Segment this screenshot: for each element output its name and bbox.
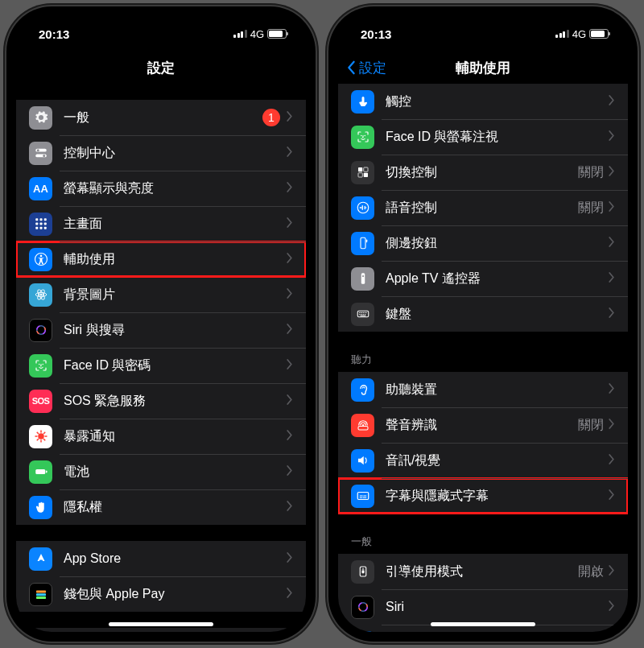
chevron-right-icon [287, 181, 293, 196]
nav-back-button[interactable]: 設定 [346, 59, 386, 77]
settings-row-sos[interactable]: SOSSOS 緊急服務 [16, 383, 306, 419]
row-label: Face ID 與螢幕注視 [386, 129, 609, 146]
voice-icon [351, 196, 374, 220]
nav-bar: 設定 [16, 52, 306, 84]
settings-row-atom[interactable]: 背景圖片 [16, 277, 306, 312]
settings-row-switches[interactable]: 控制中心 [16, 135, 306, 171]
svg-line-29 [36, 432, 38, 434]
signal-icon [555, 30, 569, 38]
chevron-right-icon [609, 382, 615, 397]
access-icon [351, 631, 374, 633]
status-time: 20:13 [361, 27, 391, 41]
screen-right: 20:13 4G 設定 輔助使用 觸控Face ID 與螢幕注視切換控制關閉語音… [338, 16, 628, 632]
notification-badge: 1 [262, 109, 280, 126]
chevron-right-icon [609, 130, 615, 144]
settings-row-remote[interactable]: Apple TV 遙控器 [338, 261, 628, 296]
svg-rect-7 [35, 223, 38, 225]
chevron-right-icon [287, 217, 293, 231]
battery-icon [589, 29, 609, 39]
status-time: 20:13 [39, 27, 69, 41]
svg-point-47 [357, 202, 369, 213]
settings-row-captions[interactable]: 字幕與隱藏式字幕 [338, 478, 628, 514]
chevron-right-icon [287, 146, 293, 160]
row-label: 背景圖片 [64, 287, 287, 303]
settings-row-siri[interactable]: Siri 與搜尋 [16, 312, 306, 348]
settings-group: 觸控Face ID 與螢幕注視切換控制關閉語音控制關閉側邊按鈕Apple TV … [338, 84, 628, 332]
settings-row-grid[interactable]: 主畫面 [16, 206, 306, 241]
row-label: 電池 [64, 464, 287, 481]
settings-row-faceid[interactable]: Face ID 與螢幕注視 [338, 119, 628, 155]
settings-row-touch[interactable]: 觸控 [338, 84, 628, 119]
row-label: 引導使用模式 [386, 563, 578, 580]
settings-row-hand[interactable]: 隱私權 [16, 489, 306, 525]
chevron-right-icon [609, 200, 615, 215]
settings-row-sidebtn[interactable]: 側邊按鈕 [338, 225, 628, 261]
row-detail: 關閉 [578, 200, 604, 217]
svg-rect-49 [365, 240, 367, 243]
settings-row-ear[interactable]: 助聽裝置 [338, 372, 628, 407]
settings-row-virus[interactable]: 暴露通知 [16, 419, 306, 454]
row-detail: 開啟 [578, 563, 604, 580]
settings-row-sound[interactable]: 聲音辨識關閉 [338, 407, 628, 443]
svg-point-3 [43, 155, 45, 157]
sound-icon [351, 414, 374, 437]
gear-icon [29, 106, 52, 130]
svg-rect-37 [36, 593, 46, 596]
svg-point-51 [361, 275, 363, 277]
siri-icon [351, 596, 374, 619]
battery-icon [29, 460, 52, 484]
chevron-right-icon [287, 587, 293, 601]
chevron-right-icon [609, 489, 615, 503]
notch [415, 6, 551, 29]
settings-group: 聽力助聽裝置聲音辨識關閉音訊/視覺字幕與隱藏式字幕 [338, 348, 628, 514]
chevron-right-icon [609, 236, 615, 250]
settings-row-access[interactable]: 輔助使用 [16, 241, 306, 277]
settings-row-siri[interactable]: Siri [338, 589, 628, 625]
svg-rect-36 [36, 591, 46, 593]
settings-row-voice[interactable]: 語音控制關閉 [338, 190, 628, 225]
settings-row-faceid[interactable]: Face ID 與密碼 [16, 348, 306, 383]
svg-point-53 [361, 424, 363, 426]
settings-row-appstore[interactable]: App Store [16, 541, 306, 576]
svg-line-31 [36, 439, 38, 440]
aa-icon: AA [29, 177, 52, 200]
home-indicator[interactable] [431, 622, 535, 626]
group-header: 一般 [338, 530, 628, 554]
home-indicator[interactable] [109, 622, 213, 626]
row-label: 助聽裝置 [386, 382, 609, 398]
faceid-icon [29, 354, 52, 378]
audio-icon [351, 449, 374, 473]
svg-line-32 [43, 432, 45, 434]
settings-row-key[interactable]: 密碼 [16, 628, 306, 632]
phone-right: 20:13 4G 設定 輔助使用 觸控Face ID 與螢幕注視切換控制關閉語音… [328, 6, 638, 642]
svg-line-30 [43, 439, 45, 440]
settings-row-audio[interactable]: 音訊/視覺 [338, 443, 628, 478]
settings-row-aa[interactable]: AA螢幕顯示與亮度 [16, 171, 306, 206]
svg-point-15 [39, 294, 42, 296]
row-label: 主畫面 [64, 216, 287, 233]
settings-row-wallet[interactable]: 錢包與 Apple Pay [16, 576, 306, 612]
settings-row-guided[interactable]: 引導使用模式開啟 [338, 554, 628, 589]
row-label: Siri [386, 600, 609, 614]
group-header: 聽力 [338, 348, 628, 372]
nav-title: 輔助使用 [456, 59, 510, 77]
chevron-right-icon [287, 110, 293, 125]
settings-row-switch[interactable]: 切換控制關閉 [338, 155, 628, 190]
svg-rect-44 [363, 167, 367, 171]
chevron-right-icon [287, 252, 293, 266]
settings-row-gear[interactable]: 一般1 [16, 100, 306, 135]
row-label: Face ID 與密碼 [64, 357, 287, 374]
row-detail: 關閉 [578, 417, 604, 434]
settings-row-keyboard[interactable]: 鍵盤 [338, 296, 628, 332]
row-detail: 關閉 [578, 164, 604, 181]
keyboard-icon [351, 303, 374, 326]
guided-icon [351, 560, 374, 584]
accessibility-list[interactable]: 觸控Face ID 與螢幕注視切換控制關閉語音控制關閉側邊按鈕Apple TV … [338, 84, 628, 632]
chevron-right-icon [287, 358, 293, 373]
settings-row-battery[interactable]: 電池 [16, 454, 306, 489]
chevron-right-icon [609, 165, 615, 180]
switches-icon [29, 142, 52, 165]
svg-rect-11 [39, 227, 42, 229]
row-label: 隱私權 [64, 499, 287, 516]
settings-list[interactable]: 一般1控制中心AA螢幕顯示與亮度主畫面輔助使用背景圖片Siri 與搜尋Face … [16, 84, 306, 632]
